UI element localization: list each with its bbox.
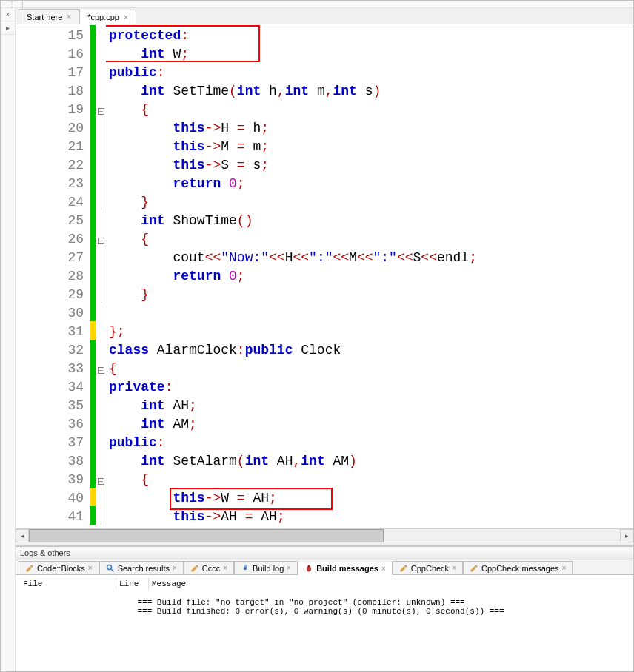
code-line[interactable]: public:	[109, 434, 633, 452]
change-marker-green	[90, 247, 96, 266]
code-line[interactable]: this->S = s;	[109, 156, 633, 175]
scroll-left-button[interactable]: ◂	[16, 529, 29, 542]
change-marker-green	[90, 25, 96, 44]
close-icon[interactable]: ×	[452, 564, 456, 572]
code-line[interactable]: }	[109, 193, 633, 212]
fold-toggle-icon[interactable]: −	[98, 367, 104, 374]
bug-icon	[304, 564, 313, 573]
main-area: × ▸ Start here×*cpp.cpp× 151617181920212…	[1, 8, 633, 671]
scroll-thumb[interactable]	[29, 529, 384, 542]
close-icon[interactable]: ×	[124, 13, 128, 21]
code-line[interactable]: {	[109, 101, 633, 119]
line-number: 32	[19, 341, 84, 360]
code-line[interactable]: public:	[109, 64, 633, 82]
code-line[interactable]: protected:	[109, 27, 633, 45]
close-icon[interactable]: ×	[88, 564, 93, 572]
code-line[interactable]: }	[109, 286, 633, 304]
fold-cell: −	[98, 469, 104, 488]
log-tab-cppcheck[interactable]: CppCheck×	[393, 561, 463, 574]
code-line[interactable]: cout<<"Now:"<<H<<":"<<M<<":"<<S<<endl;	[109, 249, 633, 267]
code-line[interactable]: int AH;	[109, 397, 633, 415]
fold-column[interactable]: −−−−	[96, 25, 106, 528]
log-tab-search-results[interactable]: Search results×	[99, 561, 184, 574]
code-line[interactable]: this->W = AH;	[109, 489, 633, 508]
code-line[interactable]: int SetAlarm(int AH,int AM)	[109, 452, 633, 471]
change-marker-green	[90, 155, 96, 173]
close-icon[interactable]: ×	[381, 565, 386, 573]
log-tab-build-log[interactable]: Build log×	[234, 561, 298, 574]
log-tab-build-messages[interactable]: Build messages×	[298, 562, 393, 575]
logs-body[interactable]: File Line Message === Build file: "no ta…	[16, 575, 633, 671]
change-marker-green	[90, 303, 96, 321]
code-line[interactable]: return 0;	[109, 267, 633, 286]
code-line[interactable]: return 0;	[109, 175, 633, 193]
gear-icon	[241, 564, 250, 573]
close-icon[interactable]: ×	[287, 564, 291, 572]
code-line[interactable]: int W;	[109, 45, 633, 64]
scroll-track[interactable]	[29, 529, 620, 542]
close-icon[interactable]: ×	[173, 564, 177, 572]
change-marker-green	[90, 266, 96, 284]
log-tab-label: Code::Blocks	[37, 564, 85, 573]
code-line[interactable]	[109, 304, 633, 323]
code-line[interactable]: };	[109, 323, 633, 341]
pencil-icon	[399, 564, 408, 573]
close-icon[interactable]: ×	[223, 564, 227, 572]
code-text[interactable]: protected: int W;public: int SetTime(int…	[106, 25, 633, 528]
line-number: 33	[19, 360, 84, 378]
fold-cell: −	[98, 99, 104, 118]
log-tab-code-blocks[interactable]: Code::Blocks×	[19, 561, 99, 574]
editor-tab-label: *cpp.cpp	[87, 13, 119, 21]
change-marker-green	[90, 62, 96, 81]
editor-tab-1[interactable]: *cpp.cpp×	[79, 10, 136, 24]
expand-side-pane-button[interactable]: ▸	[1, 21, 15, 35]
close-icon[interactable]: ×	[67, 13, 71, 21]
log-tab-cppcheck-messages[interactable]: CppCheck messages×	[463, 561, 573, 574]
change-marker-green	[90, 136, 96, 155]
horizontal-scrollbar[interactable]: ◂ ▸	[16, 528, 633, 542]
code-line[interactable]: class AlarmClock:public Clock	[109, 341, 633, 360]
fold-toggle-icon[interactable]: −	[98, 108, 104, 115]
change-marker-yellow	[90, 321, 96, 340]
log-tab-label: Build log	[253, 564, 284, 573]
code-line[interactable]: {	[109, 360, 633, 378]
pencil-icon	[470, 564, 478, 573]
logs-title-bar: Logs & others	[16, 547, 633, 560]
code-line[interactable]: {	[109, 230, 633, 249]
line-number: 41	[19, 508, 84, 526]
toolbar-grip[interactable]: ⋮	[1, 1, 23, 7]
close-icon[interactable]: ×	[562, 564, 567, 572]
log-tab-cccc[interactable]: Cccc×	[184, 561, 234, 574]
log-line[interactable]: === Build finished: 0 error(s), 0 warnin…	[20, 607, 629, 616]
code-line[interactable]: this->H = h;	[109, 119, 633, 138]
change-marker-green	[90, 118, 96, 136]
code-line[interactable]: this->AH = AH;	[109, 508, 633, 526]
code-editor[interactable]: 1516171819202122232425262728293031323334…	[16, 24, 633, 528]
change-marker-green	[90, 377, 96, 395]
log-header-line[interactable]: Line	[116, 578, 149, 590]
line-number: 35	[19, 397, 84, 415]
editor-tab-0[interactable]: Start here×	[19, 9, 79, 24]
log-line[interactable]: === Build file: "no target" in "no proje…	[20, 598, 629, 607]
svg-point-0	[107, 565, 111, 569]
code-line[interactable]: int AM;	[109, 415, 633, 434]
line-number: 18	[19, 82, 84, 101]
line-number: 22	[19, 156, 84, 175]
code-line[interactable]: int ShowTime()	[109, 212, 633, 230]
search-icon	[106, 564, 115, 573]
change-marker-green	[90, 44, 96, 62]
close-side-pane-button[interactable]: ×	[1, 8, 15, 21]
fold-toggle-icon[interactable]: −	[98, 478, 104, 485]
log-header-message[interactable]: Message	[149, 578, 629, 590]
logs-tab-bar: Code::Blocks×Search results×Cccc×Build l…	[16, 560, 633, 575]
change-marker-green	[90, 451, 96, 469]
code-line[interactable]: int SetTime(int h,int m,int s)	[109, 82, 633, 101]
log-header-file[interactable]: File	[20, 578, 116, 590]
log-messages: === Build file: "no target" in "no proje…	[20, 591, 629, 616]
fold-toggle-icon[interactable]: −	[98, 238, 104, 244]
code-line[interactable]: private:	[109, 378, 633, 397]
code-line[interactable]: {	[109, 471, 633, 489]
code-line[interactable]: this->M = m;	[109, 138, 633, 156]
line-number: 29	[19, 286, 84, 304]
scroll-right-button[interactable]: ▸	[620, 529, 633, 542]
